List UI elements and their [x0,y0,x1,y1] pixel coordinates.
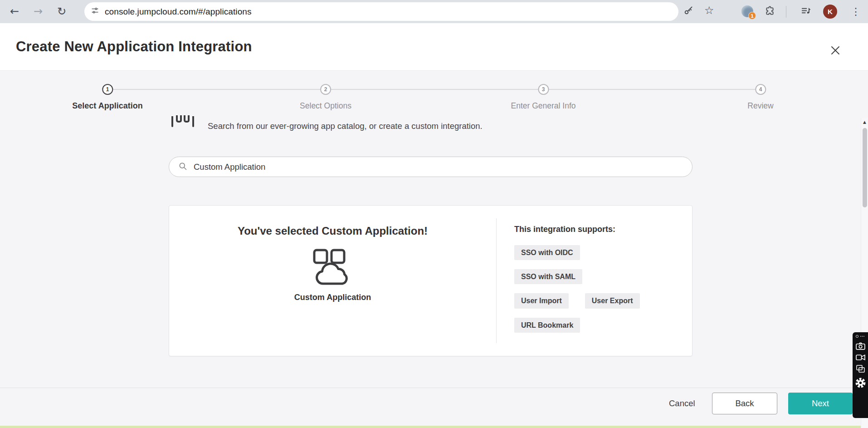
step-circle: 4 [755,84,766,95]
bookmark-star-icon[interactable]: ☆ [704,4,714,17]
site-settings-icon[interactable] [91,6,99,17]
step-circle: 1 [102,84,113,95]
password-key-icon[interactable] [683,5,694,18]
custom-application-label: Custom Application [169,293,496,302]
badge-url-bookmark: URL Bookmark [514,318,580,333]
app-catalog-icon [171,116,194,127]
footer-divider [0,388,868,388]
extension-badge: 1 [748,12,756,20]
extension-circle: 1 [741,5,753,17]
step-number: 2 [324,86,327,93]
supports-title: This integration supports: [514,225,640,234]
selection-summary: You've selected Custom Application! Cust… [169,206,496,356]
close-icon [830,45,840,55]
extension-shortcut-icon[interactable]: 1 [741,5,753,17]
card-divider [496,218,497,343]
page-title: Create New Application Integration [16,39,252,55]
step-enter-general-info[interactable]: 3 Enter General Info [511,84,576,111]
badge-user-export: User Export [585,293,640,308]
scroll-up-icon[interactable]: ▲ [861,120,868,124]
back-icon: ← [10,5,19,18]
step-label: Select Application [72,101,142,111]
step-circle: 2 [320,84,331,95]
badge-sso-oidc: SSO with OIDC [514,245,580,260]
step-select-options[interactable]: 2 Select Options [300,84,351,111]
page-bottom-strip [0,426,861,428]
step-review[interactable]: 4 Review [747,84,773,111]
step-number: 3 [542,86,545,93]
badge-user-import: User Import [514,293,569,308]
icon-shape [184,115,190,123]
extensions-puzzle-icon[interactable] [765,5,775,17]
stepper-track [107,89,761,90]
settings-gear-icon[interactable] [854,377,867,389]
modal-header: Create New Application Integration [0,23,868,71]
step-circle: 3 [538,84,549,95]
star-glyph: ☆ [704,4,714,17]
toolbar-handle-icon[interactable] [855,335,865,338]
close-button[interactable] [827,42,844,59]
step-number: 1 [106,86,109,93]
step-number: 4 [759,86,762,93]
icon-bar-left [171,116,173,127]
browser-reload-button[interactable]: ↻ [53,2,71,20]
url-text: console.jumpcloud.com/#/applications [105,7,252,17]
capture-extension-toolbar [853,332,868,418]
screenshot-camera-icon[interactable] [856,342,865,350]
back-button[interactable]: Back [712,393,777,414]
integration-supports: This integration supports: SSO with OIDC… [514,225,640,342]
browser-back-button[interactable]: ← [5,2,24,20]
catalog-description: Search from our ever-growing app catalog… [208,121,483,131]
selection-heading: You've selected Custom Application! [169,225,496,237]
selection-card: You've selected Custom Application! Cust… [169,205,692,356]
step-label: Review [747,101,773,111]
media-controls-icon[interactable] [800,5,811,17]
icon-bar-right [192,116,194,127]
record-video-icon[interactable] [856,354,865,361]
browser-menu-icon[interactable]: ⋮ [849,4,863,19]
step-select-application[interactable]: 1 Select Application [72,84,142,111]
forward-icon: → [34,5,43,18]
browser-toolbar: ← → ↻ console.jumpcloud.com/#/applicatio… [0,0,868,23]
url-bar[interactable]: console.jumpcloud.com/#/applications [84,2,678,21]
badge-sso-saml: SSO with SAML [514,269,582,284]
custom-application-icon [169,246,496,288]
cancel-button[interactable]: Cancel [669,393,695,414]
icon-shape [176,115,182,123]
search-icon [178,162,187,172]
kebab-glyph: ⋮ [851,6,861,17]
capture-window-icon[interactable] [856,365,865,373]
app-search-field[interactable] [169,157,692,177]
search-input[interactable] [194,162,647,172]
scrollbar-thumb[interactable] [863,128,867,207]
toolbar-separator [786,6,786,18]
browser-forward-button[interactable]: → [29,2,47,20]
reload-icon: ↻ [57,5,66,18]
step-label: Select Options [300,101,351,111]
next-button[interactable]: Next [788,393,853,414]
step-label: Enter General Info [511,101,576,111]
profile-avatar[interactable]: K [823,5,837,19]
